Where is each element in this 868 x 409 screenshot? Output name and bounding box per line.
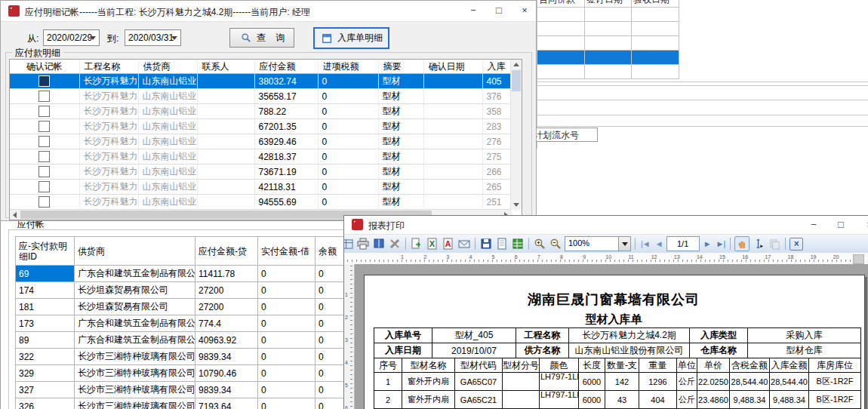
confirm-cell[interactable] (10, 165, 79, 180)
cell-supplier[interactable]: 山东南山铝业... (138, 104, 197, 119)
cell-amount[interactable]: 94555.69 (254, 195, 318, 210)
column-header[interactable]: 联系人 (197, 60, 254, 74)
cell-balance[interactable]: 0 (315, 332, 346, 349)
cell-supplier[interactable]: 山东南山铝业... (138, 119, 197, 134)
page-setup-icon[interactable] (372, 237, 386, 251)
chevron-down-icon[interactable] (168, 30, 180, 45)
export-icon[interactable] (410, 237, 423, 251)
cell-payable[interactable]: 774.4 (195, 315, 258, 332)
checkbox[interactable] (38, 75, 50, 87)
scrollbar-thumb[interactable] (512, 70, 521, 91)
cell-paid[interactable]: 0 (258, 315, 315, 332)
cell-inbound-no[interactable]: 251 (482, 195, 511, 210)
cell-tax[interactable]: 0 (318, 134, 378, 149)
cell-summary[interactable]: 型材 (378, 89, 423, 104)
cell-confirm-date[interactable] (423, 119, 482, 134)
table-row[interactable]: 69广东合和建筑五金制品有限公司11411.7800 (16, 266, 346, 282)
cell-supplier[interactable]: 山东南山铝业... (138, 149, 197, 165)
table-row[interactable] (537, 36, 679, 51)
hand-tool-icon[interactable] (734, 236, 749, 251)
cell-paid[interactable]: 0 (258, 332, 315, 349)
copy-icon[interactable] (768, 237, 781, 251)
cell-project[interactable]: 长沙万科魅力... (79, 89, 138, 104)
cell-project[interactable]: 长沙万科魅力... (79, 119, 138, 134)
title-bar[interactable]: 应付明细记帐------当前工程: 长沙万科魅力之城4.2期------当前用户… (1, 1, 536, 22)
empty-cell[interactable] (585, 22, 632, 36)
cell-paid[interactable]: 0 (258, 349, 315, 365)
table-row[interactable]: 长沙万科魅力...山东南山铝业...67201.350型材283 (10, 119, 511, 134)
cell-project[interactable]: 长沙万科魅力... (79, 104, 138, 119)
column-header[interactable]: 签订日期 (585, 0, 632, 8)
vertical-scrollbar[interactable] (510, 60, 522, 210)
table-row[interactable]: 327长沙市三湘特种玻璃有限公司9839.3400 (16, 382, 346, 398)
empty-cell[interactable] (585, 36, 632, 51)
cell-payable[interactable]: 27200 (195, 282, 258, 299)
cell-amount[interactable]: 42118.31 (254, 180, 318, 195)
checkbox[interactable] (38, 151, 50, 162)
cell-paid[interactable]: 0 (258, 266, 315, 282)
cell-project[interactable]: 长沙万科魅力... (79, 165, 138, 180)
cell-inbound-no[interactable]: 283 (482, 119, 511, 134)
cell-confirm-date[interactable] (423, 195, 482, 210)
cell-summary[interactable]: 型材 (378, 165, 423, 180)
cell-summary[interactable]: 型材 (378, 134, 423, 149)
cell-supplier[interactable]: 山东南山铝业... (138, 134, 197, 149)
cell-payable[interactable]: 9839.34 (195, 349, 258, 365)
cell-id[interactable]: 174 (16, 282, 75, 299)
cell-tax[interactable]: 0 (318, 180, 378, 195)
open-document-icon[interactable] (495, 237, 509, 251)
zoom-in-icon[interactable] (533, 237, 546, 251)
column-header[interactable]: 摘要 (378, 60, 423, 74)
settings-tools-icon[interactable] (388, 237, 402, 251)
cell-supplier[interactable]: 长沙市三湘特种玻璃有限公司 (75, 382, 195, 398)
cell-contact[interactable] (197, 165, 254, 180)
cell-contact[interactable] (197, 74, 254, 89)
empty-cell[interactable] (537, 8, 585, 22)
page-number-box[interactable]: 1/1 (666, 236, 700, 251)
cell-amount[interactable]: 788.22 (254, 104, 318, 119)
table-row[interactable]: 长沙万科魅力...山东南山铝业...94555.690型材251 (10, 195, 511, 210)
confirm-cell[interactable] (10, 104, 79, 119)
cell-payable[interactable]: 7193.64 (195, 398, 258, 409)
scroll-down-arrow[interactable] (511, 200, 522, 210)
cell-supplier[interactable]: 长沙市三湘特种玻璃有限公司 (75, 398, 195, 409)
table-row[interactable] (537, 22, 679, 36)
column-header[interactable]: 工程名称 (79, 60, 138, 74)
column-header[interactable]: 验收日期 (632, 0, 679, 8)
table-row[interactable] (537, 51, 679, 65)
column-header[interactable]: 实付金额-借 (258, 237, 315, 266)
column-header[interactable]: 供货商 (75, 237, 195, 266)
checkbox[interactable] (38, 91, 50, 102)
cell-summary[interactable]: 型材 (378, 149, 423, 165)
confirm-cell[interactable] (10, 195, 79, 210)
empty-cell[interactable] (632, 65, 679, 79)
inbound-detail-button[interactable]: 入库单明细 (313, 27, 389, 49)
cell-amount[interactable]: 35658.17 (254, 89, 318, 104)
close-preview-icon[interactable]: × (790, 238, 803, 251)
cell-amount[interactable]: 42818.37 (254, 149, 318, 165)
title-bar[interactable]: 报表打印 − □ × (344, 216, 868, 235)
cell-supplier[interactable]: 广东合和建筑五金制品有限公司 (75, 315, 195, 332)
scroll-up-arrow[interactable] (511, 60, 522, 69)
print-icon[interactable] (356, 237, 370, 251)
cell-payable[interactable]: 10790.46 (195, 365, 258, 382)
cell-summary[interactable]: 型材 (378, 74, 423, 89)
cell-id[interactable]: 326 (16, 398, 75, 409)
cell-payable[interactable]: 27200 (195, 299, 258, 315)
table-row[interactable]: 326长沙市三湘特种玻璃有限公司7193.6400 (16, 398, 346, 409)
cell-tax[interactable]: 0 (318, 195, 378, 210)
from-date-combo[interactable]: 2020/02/29 (43, 29, 100, 46)
cell-balance[interactable]: 0 (315, 349, 346, 365)
empty-cell[interactable] (537, 22, 585, 36)
cell-project[interactable]: 长沙万科魅力... (79, 134, 138, 149)
checkbox[interactable] (38, 106, 50, 117)
cell-project[interactable]: 长沙万科魅力... (79, 74, 138, 89)
cell-confirm-date[interactable] (423, 165, 482, 180)
cell-inbound-no[interactable]: 376 (482, 89, 511, 104)
zoom-out-icon[interactable] (549, 237, 562, 251)
cell-amount[interactable]: 63929.46 (254, 134, 318, 149)
cell-confirm-date[interactable] (423, 74, 482, 89)
previous-page-button[interactable]: ◄ (654, 239, 664, 248)
minimize-button[interactable]: − (463, 1, 484, 20)
empty-cell[interactable] (632, 36, 679, 51)
